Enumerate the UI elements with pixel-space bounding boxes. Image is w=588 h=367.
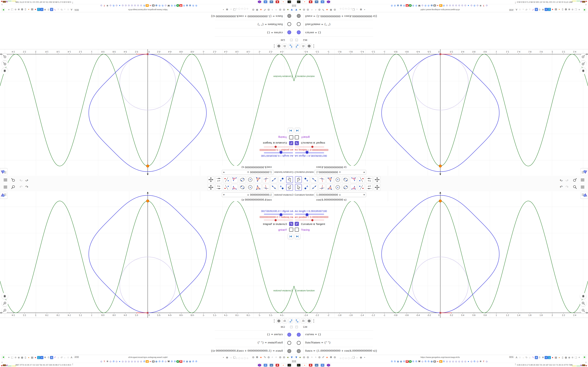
firefox-icon[interactable]: ●: [325, 355, 329, 359]
google-tab-icon[interactable]: G: [424, 4, 427, 7]
circle-tool[interactable]: [334, 184, 341, 191]
translate-icon[interactable]: A: [70, 8, 73, 12]
slider-handle[interactable]: [279, 150, 283, 154]
forward-icon[interactable]: →: [63, 8, 67, 12]
polygon-tab-icon[interactable]: ◇: [461, 360, 464, 363]
f-tab-icon[interactable]: f: [482, 360, 485, 363]
visibility-marble[interactable]: [297, 341, 301, 345]
google-tab-icon[interactable]: G: [173, 360, 176, 363]
move-view-tool[interactable]: [208, 184, 214, 191]
polygon-tab-icon[interactable]: ◇: [124, 4, 127, 7]
chevron-down-icon[interactable]: ▼: [363, 192, 365, 197]
gauge-icon[interactable]: ◔: [270, 355, 274, 359]
terminal-app-icon[interactable]: >_: [296, 0, 301, 4]
info-tab-icon[interactable]: i: [433, 360, 436, 363]
globe-icon[interactable]: ⊕: [306, 8, 310, 12]
polygon-tab-icon[interactable]: ◇: [137, 360, 140, 363]
google-tab-icon[interactable]: G: [192, 4, 195, 7]
cat-app-icon[interactable]: ∵: [326, 0, 331, 4]
bookmark-star-icon[interactable]: ☆: [67, 8, 70, 12]
google-tab-icon[interactable]: G: [182, 360, 186, 363]
visibility-marble[interactable]: [297, 349, 301, 353]
zoom-level-badge[interactable]: 81%: [74, 9, 79, 11]
back-icon[interactable]: ←: [355, 355, 359, 359]
search-icon[interactable]: [572, 178, 578, 182]
ud-badge-icon[interactable]: ◍: [564, 8, 568, 12]
monitor-app-icon[interactable]: ▭: [314, 363, 319, 367]
red-tab-icon[interactable]: ●: [436, 4, 440, 7]
angle-tool[interactable]: α: [350, 184, 357, 191]
wrench-icon[interactable]: ✐: [321, 355, 325, 359]
floppy64-app-icon[interactable]: 64: [320, 363, 325, 367]
clipboard-icon[interactable]: ▯: [24, 8, 27, 12]
globe-icon[interactable]: ⊕: [282, 8, 286, 12]
record-icon[interactable]: ●: [34, 8, 37, 12]
stylebar-toggle-button[interactable]: [0, 168, 8, 175]
download-icon[interactable]: ↓: [57, 355, 60, 359]
image-tab-icon[interactable]: ▲: [439, 4, 442, 7]
bookmark-star-icon[interactable]: ☆: [518, 8, 521, 12]
polygon-tab-icon[interactable]: ◇: [140, 360, 143, 363]
zoom-out-button[interactable]: [1, 307, 8, 314]
circle-tool[interactable]: [247, 176, 254, 183]
perpendicular-line-tool[interactable]: [263, 176, 269, 183]
polygon-tab-icon[interactable]: ◇: [470, 360, 473, 363]
zoom-out-button[interactable]: [1, 53, 8, 60]
polygon-tab-icon[interactable]: ◇: [130, 4, 134, 7]
polygon-tab-icon[interactable]: ◇: [124, 360, 127, 363]
polygon-tab-icon[interactable]: ◇: [115, 360, 118, 363]
redo-button[interactable]: ↷: [18, 178, 24, 182]
google-tab-icon[interactable]: G: [403, 4, 406, 7]
fx-icon[interactable]: fx: [301, 44, 306, 48]
translate-blue-icon[interactable]: A: [50, 8, 53, 11]
google-tab-icon[interactable]: G: [182, 4, 186, 7]
move-tool[interactable]: [286, 176, 293, 183]
zoom-in-button[interactable]: [1, 61, 8, 67]
cat-app-icon[interactable]: ∵: [257, 0, 262, 4]
polygon-tab-icon[interactable]: ◇: [134, 4, 137, 7]
zero-badge-icon[interactable]: 0: [538, 355, 541, 359]
monitor-app-icon[interactable]: ▭: [269, 363, 274, 367]
reflect-tool[interactable]: [223, 176, 230, 183]
polygon-tab-icon[interactable]: ◇: [449, 360, 452, 363]
globe-icon[interactable]: ⊕: [14, 355, 17, 359]
google-tab-icon[interactable]: G: [161, 360, 164, 363]
gear-icon[interactable]: ✱: [541, 355, 545, 359]
translate-icon[interactable]: A: [515, 8, 518, 12]
globe-icon[interactable]: ⊕: [267, 8, 270, 12]
move-tool[interactable]: [295, 176, 302, 183]
sphere-tab-icon[interactable]: ◍: [189, 360, 192, 363]
pen-icon[interactable]: ✎: [53, 355, 57, 359]
move-view-tool[interactable]: [374, 184, 380, 191]
globe-icon[interactable]: ⊕: [251, 8, 255, 12]
zoom-level-badge[interactable]: 81%: [509, 356, 514, 358]
collapse-toggle[interactable]: −: [295, 39, 298, 41]
settings-app-icon[interactable]: ✱: [308, 363, 313, 367]
google-tab-icon[interactable]: G: [112, 360, 115, 363]
stylebar-toggle-button[interactable]: [0, 192, 8, 199]
move-view-tool[interactable]: [208, 176, 214, 183]
chevron-up-icon[interactable]: ∧: [1, 361, 3, 364]
red-tab-icon[interactable]: ●: [436, 360, 440, 363]
gear-icon[interactable]: ✱: [255, 8, 259, 12]
chevron-down-icon[interactable]: ▼: [223, 170, 225, 175]
arc-length-slider[interactable]: [295, 214, 324, 215]
menu-icon[interactable]: [580, 178, 585, 182]
gear-icon[interactable]: ✱: [329, 8, 333, 12]
polygon-tab-icon[interactable]: ◇: [109, 360, 112, 363]
shield-icon[interactable]: ◉: [225, 8, 229, 12]
reload-icon[interactable]: ↻: [60, 355, 63, 359]
slider-tool[interactable]: a=2: [216, 184, 222, 191]
visibility-marble[interactable]: [287, 341, 291, 345]
wrench-icon[interactable]: ✦: [7, 355, 10, 359]
sphere-tab-icon[interactable]: ◍: [189, 4, 192, 7]
home-button[interactable]: [1, 68, 8, 74]
arc-position-slider[interactable]: [295, 147, 324, 147]
zoom-in-button[interactable]: [580, 300, 587, 306]
trash-icon[interactable]: ▤: [30, 8, 34, 12]
slider-handle[interactable]: [305, 150, 309, 154]
google-tab-icon[interactable]: G: [173, 4, 176, 7]
monitor-app-icon[interactable]: ▭: [269, 0, 274, 4]
search-icon[interactable]: [10, 178, 16, 182]
google-tab-icon[interactable]: G: [158, 4, 161, 7]
